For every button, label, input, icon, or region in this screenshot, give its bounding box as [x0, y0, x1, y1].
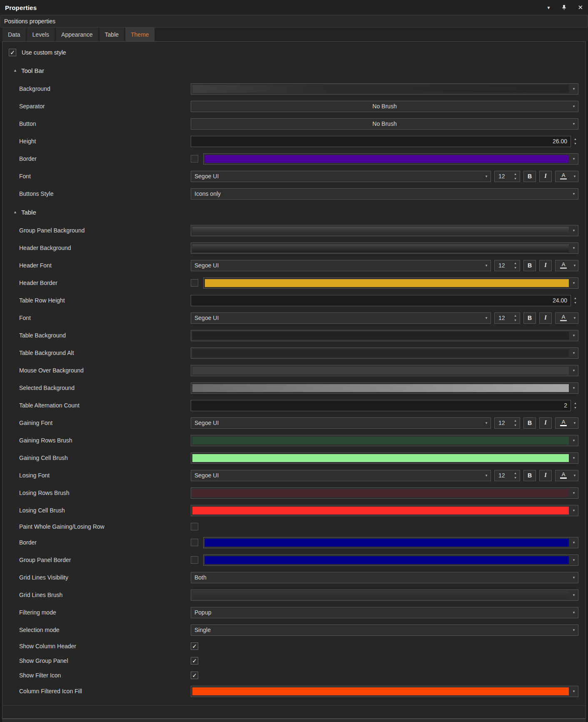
italic-button[interactable]: I: [539, 171, 552, 182]
font-family-dropdown[interactable]: Segoe UI▼: [191, 470, 491, 481]
number-spinner[interactable]: ▲▼: [572, 297, 578, 304]
number-input[interactable]: 24.00: [191, 295, 571, 306]
option-checkbox[interactable]: ✓: [191, 657, 198, 665]
font-size-stepper[interactable]: 12▲▼: [494, 417, 520, 429]
font-color-glyph: A: [556, 420, 571, 426]
use-custom-style-checkbox[interactable]: ✓: [9, 49, 16, 56]
bold-button[interactable]: B: [523, 171, 536, 182]
font-color-button[interactable]: A▼: [555, 312, 578, 324]
font-size-value: 12: [495, 420, 512, 426]
brush-swatch: [192, 437, 569, 445]
bold-button[interactable]: B: [523, 470, 536, 481]
font-size-spinner[interactable]: ▲▼: [512, 172, 518, 180]
tab-data[interactable]: Data: [2, 27, 26, 41]
font-size-spinner[interactable]: ▲▼: [512, 419, 518, 427]
enum-dropdown[interactable]: No Brush▼: [191, 118, 578, 130]
font-family-dropdown[interactable]: Segoe UI▼: [191, 312, 491, 324]
brush-dropdown[interactable]: ▼: [191, 225, 578, 236]
brush-dropdown[interactable]: ▼: [191, 435, 578, 446]
brush-dropdown[interactable]: ▼: [191, 590, 578, 601]
brush-dropdown[interactable]: ▼: [191, 505, 578, 516]
property-control: Popup▼: [191, 607, 578, 618]
brush-dropdown[interactable]: ▼: [191, 452, 578, 464]
brush-swatch: [192, 507, 569, 515]
enum-dropdown[interactable]: Both▼: [191, 572, 578, 583]
italic-button[interactable]: I: [539, 260, 552, 271]
window-menu-icon[interactable]: ▼: [547, 5, 551, 10]
font-color-button[interactable]: A▼: [555, 470, 578, 481]
brush-dropdown[interactable]: ▼: [191, 686, 578, 697]
option-checkbox[interactable]: [191, 523, 198, 530]
enum-dropdown[interactable]: Popup▼: [191, 607, 578, 618]
font-size-spinner[interactable]: ▲▼: [512, 314, 518, 322]
italic-button[interactable]: I: [539, 470, 552, 481]
tab-theme[interactable]: Theme: [125, 27, 154, 41]
property-control: ▼: [191, 153, 578, 165]
font-color-button[interactable]: A▼: [555, 260, 578, 271]
font-size-stepper[interactable]: 12▲▼: [494, 470, 520, 481]
bold-button[interactable]: B: [523, 417, 536, 429]
font-size-stepper[interactable]: 12▲▼: [494, 171, 520, 182]
brush-dropdown[interactable]: ▼: [191, 330, 578, 341]
font-family-dropdown[interactable]: Segoe UI▼: [191, 260, 491, 271]
property-row: Mouse Over Background▼: [2, 362, 586, 379]
use-custom-style-label: Use custom style: [22, 49, 66, 56]
brush-dropdown[interactable]: ▼: [203, 153, 578, 165]
property-row: Table Alternation Count2▲▼: [2, 397, 586, 414]
option-checkbox[interactable]: ✓: [191, 642, 198, 650]
tab-strip: DataLevelsAppearanceTableTheme: [0, 27, 588, 41]
chevron-down-icon: ▼: [570, 246, 578, 250]
section-header-table[interactable]: ▲Table: [2, 202, 586, 222]
close-icon[interactable]: ✕: [578, 4, 583, 11]
brush-dropdown[interactable]: ▼: [191, 382, 578, 394]
number-spinner[interactable]: ▲▼: [572, 402, 578, 409]
number-input[interactable]: 2: [191, 400, 571, 411]
font-family-dropdown[interactable]: Segoe UI▼: [191, 417, 491, 429]
chevron-down-icon: ▼: [571, 264, 578, 267]
brush-dropdown[interactable]: ▼: [203, 277, 578, 289]
font-size-stepper[interactable]: 12▲▼: [494, 260, 520, 271]
italic-button[interactable]: I: [539, 417, 552, 429]
option-checkbox[interactable]: ✓: [191, 672, 198, 679]
tab-appearance[interactable]: Appearance: [56, 27, 98, 41]
spin-down-icon: ▼: [514, 424, 517, 427]
brush-dropdown[interactable]: ▼: [203, 537, 578, 548]
property-row: Losing Rows Brush▼: [2, 484, 586, 502]
brush-enable-checkbox[interactable]: [191, 539, 198, 546]
font-size-stepper[interactable]: 12▲▼: [494, 312, 520, 324]
brush-dropdown[interactable]: ▼: [191, 242, 578, 254]
brush-dropdown[interactable]: ▼: [191, 347, 578, 359]
property-row: FontSegoe UI▼12▲▼BIA▼: [2, 309, 586, 327]
font-size-value: 12: [495, 315, 512, 321]
brush-dropdown[interactable]: ▼: [191, 487, 578, 499]
enum-dropdown[interactable]: No Brush▼: [191, 101, 578, 112]
spin-down-icon: ▼: [514, 177, 517, 180]
brush-dropdown[interactable]: ▼: [203, 555, 578, 566]
number-input[interactable]: 26.00: [191, 136, 571, 147]
font-size-spinner[interactable]: ▲▼: [512, 472, 518, 479]
pin-icon[interactable]: [561, 5, 567, 10]
property-label: Table Alternation Count: [2, 402, 191, 409]
number-spinner[interactable]: ▲▼: [572, 137, 578, 145]
font-family-dropdown[interactable]: Segoe UI▼: [191, 171, 491, 182]
tab-levels[interactable]: Levels: [27, 27, 55, 41]
enum-dropdown[interactable]: Icons only▼: [191, 188, 578, 200]
brush-enable-checkbox[interactable]: [191, 279, 198, 287]
brush-dropdown[interactable]: ▼: [191, 83, 578, 95]
font-color-button[interactable]: A▼: [555, 171, 578, 182]
property-control: ▼: [191, 277, 578, 289]
section-header-tool-bar[interactable]: ▲Tool Bar: [2, 61, 586, 80]
tab-table[interactable]: Table: [100, 27, 124, 41]
bold-button[interactable]: B: [523, 312, 536, 324]
font-color-button[interactable]: A▼: [555, 417, 578, 429]
spin-up-icon: ▲: [514, 172, 517, 175]
enum-dropdown[interactable]: Single▼: [191, 625, 578, 636]
brush-dropdown[interactable]: ▼: [191, 365, 578, 376]
bold-button[interactable]: B: [523, 260, 536, 271]
italic-button[interactable]: I: [539, 312, 552, 324]
property-row: FontSegoe UI▼12▲▼BIA▼: [2, 167, 586, 185]
brush-enable-checkbox[interactable]: [191, 556, 198, 564]
font-size-spinner[interactable]: ▲▼: [512, 262, 518, 269]
spin-up-icon: ▲: [514, 262, 517, 265]
brush-enable-checkbox[interactable]: [191, 155, 198, 162]
